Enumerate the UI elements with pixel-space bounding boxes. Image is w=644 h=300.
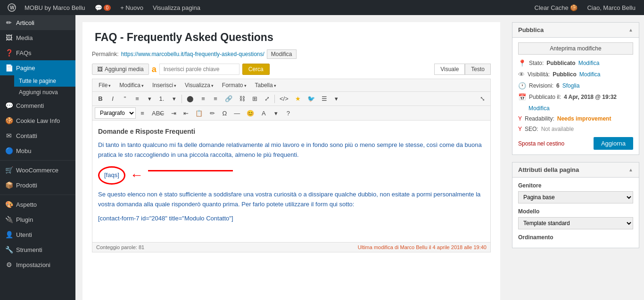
- code-button[interactable]: </>: [277, 93, 291, 104]
- contact-shortcode: [contact-form-7 id="2048" title="Modulo …: [98, 214, 485, 224]
- genitore-select[interactable]: Pagina base: [518, 191, 633, 203]
- visual-view-button[interactable]: Visuale: [434, 64, 465, 75]
- editor-toolbar-2: Paragrafo ≡ ABC̶ ⇥ ⇤ 📋 ✏ Ω — 😊 A ▾ ?: [92, 105, 491, 120]
- calendar-icon: 📅: [518, 93, 526, 101]
- publish-box-header[interactable]: Pubblica ▲: [512, 23, 639, 38]
- list-view-button[interactable]: ☰: [319, 93, 330, 104]
- sidebar-item-contatti[interactable]: ✉ Contatti: [0, 128, 75, 143]
- format-btn-4[interactable]: ⇤: [180, 108, 191, 119]
- sidebar-subitem-label: Tutte le pagine: [19, 78, 56, 84]
- modello-select[interactable]: Template standard: [518, 217, 633, 229]
- format-btn-3[interactable]: ⇥: [168, 108, 179, 119]
- unlink-button[interactable]: ⛓: [236, 93, 248, 104]
- permalink-url[interactable]: https://www.marcobellu.it/faq-frequently…: [121, 51, 264, 57]
- text-view-button[interactable]: Testo: [465, 64, 491, 75]
- pubblicato-modify[interactable]: Modifica: [528, 105, 550, 112]
- format-btn-1[interactable]: ≡: [137, 108, 148, 119]
- table-button[interactable]: ⊞: [249, 93, 260, 104]
- user-label: Ciao, Marco Bellu: [587, 4, 636, 11]
- sidebar-item-label: Aspetto: [16, 201, 37, 208]
- trash-link[interactable]: Sposta nel cestino: [518, 140, 564, 147]
- menu-modifica[interactable]: Modifica▾: [116, 81, 148, 90]
- list-dropdown[interactable]: ▾: [144, 93, 155, 104]
- editor-footer: Conteggio parole: 81 Ultima modifica di …: [92, 243, 491, 252]
- sidebar-item-faqs[interactable]: ❓ FAQs: [0, 45, 75, 60]
- sidebar-item-articoli[interactable]: ✏ Articoli: [0, 15, 75, 30]
- editor-content[interactable]: Domande e Risposte Frequenti Di tanto in…: [92, 120, 491, 243]
- add-media-button[interactable]: 🖼 Aggiungi media: [92, 64, 149, 75]
- list-dropdown2[interactable]: ▾: [331, 93, 342, 104]
- user-menu[interactable]: Ciao, Marco Bellu: [582, 0, 640, 15]
- clear-cache[interactable]: Clear Cache 🍪: [530, 0, 583, 15]
- paragraph-select[interactable]: Paragrafo: [95, 107, 136, 119]
- link-button[interactable]: 🔗: [222, 93, 235, 104]
- content-para2: Se questo elenco non è stato sufficiente…: [98, 190, 485, 210]
- stato-label: Stato:: [529, 60, 544, 66]
- attributes-box-header[interactable]: Attributi della pagina ▲: [512, 162, 639, 178]
- omega-btn[interactable]: Ω: [219, 108, 230, 119]
- fullscreen-button[interactable]: ⤢: [261, 93, 272, 104]
- view-page[interactable]: Visualizza pagina: [148, 0, 205, 15]
- sidebar-item-tutte-pagine[interactable]: Tutte le pagine: [14, 75, 75, 87]
- menu-formato[interactable]: Formato▾: [218, 81, 250, 90]
- unordered-list-button[interactable]: ≡: [132, 93, 143, 104]
- visibilita-row: 👁 Visibilità: Pubblico Modifica: [518, 71, 633, 78]
- sidebar-item-label: Strumenti: [16, 246, 42, 253]
- color-btn[interactable]: A: [258, 108, 269, 119]
- new-content[interactable]: + Nuovo: [116, 0, 148, 15]
- emoji-btn[interactable]: 😊: [244, 108, 257, 119]
- revisioni-link[interactable]: Sfoglia: [562, 82, 580, 89]
- clear-format-btn[interactable]: ✏: [206, 108, 218, 119]
- stato-modify[interactable]: Modifica: [578, 60, 600, 66]
- align-right[interactable]: ≡: [210, 93, 221, 104]
- twitter-button[interactable]: 🐦: [305, 93, 318, 104]
- sidebar-item-plugin[interactable]: 🔌 Plugin: [0, 212, 75, 227]
- menu-tabella[interactable]: Tabella▾: [251, 81, 280, 90]
- ordered-list-dropdown[interactable]: ▾: [168, 93, 180, 104]
- paste-btn[interactable]: 📋: [192, 108, 206, 119]
- view-page-label: Visualizza pagina: [153, 4, 200, 11]
- blockquote-button[interactable]: ": [119, 93, 131, 104]
- bold-button[interactable]: B: [95, 93, 106, 104]
- hr-btn[interactable]: —: [231, 108, 243, 119]
- site-name[interactable]: MOBU by Marco Bellu: [20, 0, 90, 15]
- ordered-list-button[interactable]: 1.: [156, 93, 167, 104]
- sidebar-item-impostazioni[interactable]: ⚙ Impostazioni: [0, 257, 75, 272]
- amazon-icon[interactable]: a: [152, 65, 157, 74]
- star-button[interactable]: ★: [292, 93, 304, 104]
- align-left[interactable]: ⬤: [184, 93, 197, 104]
- italic-button[interactable]: I: [107, 93, 118, 104]
- help-btn[interactable]: ?: [282, 108, 294, 119]
- sidebar-item-label: Contatti: [16, 132, 37, 139]
- sidebar-item-commenti[interactable]: 💬 Commenti: [0, 98, 75, 113]
- color-dropdown[interactable]: ▾: [270, 108, 281, 119]
- sidebar-item-prodotti[interactable]: 📦 Prodotti: [0, 178, 75, 193]
- sidebar-item-media[interactable]: 🖼 Media: [0, 30, 75, 45]
- theme-icon: 🎨: [5, 201, 13, 208]
- menu-visualizza[interactable]: Visualizza▾: [181, 81, 217, 90]
- sidebar-item-pagine[interactable]: 📄 Pagine: [0, 60, 75, 75]
- menu-file[interactable]: File▾: [95, 81, 115, 90]
- format-btn-2[interactable]: ABC̶: [149, 108, 167, 119]
- keyword-input[interactable]: [159, 64, 239, 75]
- permalink-modify-button[interactable]: Modifica: [267, 49, 297, 59]
- comments-link[interactable]: 💬 0: [90, 0, 116, 15]
- sidebar-item-strumenti[interactable]: 🔧 Strumenti: [0, 242, 75, 257]
- visibilita-modify[interactable]: Modifica: [579, 71, 601, 78]
- sidebar-item-aggiungi-nuova[interactable]: Aggiungi nuova: [14, 87, 75, 98]
- align-center[interactable]: ≡: [198, 93, 209, 104]
- wp-logo[interactable]: W: [4, 0, 20, 15]
- sidebar-item-woocommerce[interactable]: 🛒 WooCommerce: [0, 162, 75, 178]
- menu-inserisci[interactable]: Inserisci▾: [149, 81, 180, 90]
- sidebar-item-mobu[interactable]: 🔵 Mobu: [0, 143, 75, 158]
- update-button[interactable]: Aggiorna: [594, 137, 633, 150]
- expand-button[interactable]: ⤡: [477, 93, 488, 104]
- sidebar-item-cookie[interactable]: 🍪 Cookie Law Info: [0, 113, 75, 128]
- search-button[interactable]: Cerca: [242, 64, 270, 75]
- genitore-label: Genitore: [518, 182, 633, 189]
- revisioni-row: 🕐 Revisioni: 6 Sfoglia: [518, 82, 633, 89]
- page-title-input[interactable]: [92, 29, 491, 46]
- preview-button[interactable]: Anteprima modifiche: [518, 42, 633, 55]
- sidebar-item-utenti[interactable]: 👤 Utenti: [0, 227, 75, 242]
- sidebar-item-aspetto[interactable]: 🎨 Aspetto: [0, 197, 75, 212]
